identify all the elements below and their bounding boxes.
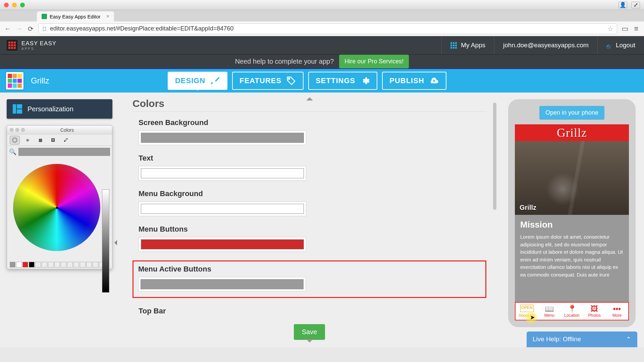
brightness-slider[interactable] xyxy=(102,189,109,293)
window-zoom-button[interactable] xyxy=(20,3,25,7)
fullscreen-icon[interactable]: ⤢ xyxy=(631,2,640,8)
tab-features-label: FEATURES xyxy=(239,76,281,85)
live-help-label: Live Help: Offline xyxy=(533,336,581,343)
phone-preview: Open in your phone Grillz Grillz Mission… xyxy=(508,99,636,327)
apps-grid-icon xyxy=(450,42,457,49)
field-label: Top Bar xyxy=(139,307,486,315)
preview-hero-image: Grillz xyxy=(515,141,629,215)
color-picker-modes: ≡ ▦ 🖼 🖍 xyxy=(7,134,112,146)
browser-tabbar: Easy Easy Apps Editor × xyxy=(0,10,644,21)
field-label: Screen Background xyxy=(139,118,486,127)
user-email[interactable]: john.doe@easyeasyapps.com xyxy=(494,36,597,54)
app-header: EASY EASY APPS My Apps john.doe@easyeasy… xyxy=(0,36,644,54)
page-icon: 🗋 xyxy=(42,26,47,32)
logout-icon: ⎋ xyxy=(606,43,612,48)
browser-toolbar: ← → ⟳ 🗋 ☆ ▭ ≡ xyxy=(0,21,644,36)
window-minimize-button[interactable] xyxy=(12,3,17,7)
color-input[interactable] xyxy=(139,201,306,216)
tab-features[interactable]: FEATURES xyxy=(232,72,304,90)
app-icon xyxy=(5,71,24,90)
preview-tab-photos[interactable]: 🖼 Photos xyxy=(583,303,606,320)
preview-body: Mission Lorem ipsum dolor sit amet, cons… xyxy=(515,215,629,302)
color-palettes-tab[interactable]: ▦ xyxy=(35,136,45,144)
brand-logo-icon xyxy=(6,39,18,51)
book-icon: 📖 xyxy=(545,305,554,312)
url-input[interactable] xyxy=(50,25,607,32)
color-sliders-tab[interactable]: ≡ xyxy=(22,136,33,144)
field-menu-background: Menu Background xyxy=(139,189,486,216)
tab-close-icon[interactable]: × xyxy=(106,13,109,19)
field-screen-background: Screen Background xyxy=(139,118,486,145)
svg-point-1 xyxy=(12,137,17,143)
field-menu-buttons: Menu Buttons xyxy=(139,225,486,252)
color-input[interactable] xyxy=(139,130,306,145)
left-sidebar: Personalization Colors ≡ ▦ 🖼 🖍 🔍 xyxy=(0,93,119,347)
tab-label: Location xyxy=(564,313,579,318)
address-bar[interactable]: 🗋 ☆ xyxy=(38,23,617,34)
dots-icon: ••• xyxy=(613,305,621,312)
tab-label: Menu xyxy=(544,313,554,318)
tab-label: Photos xyxy=(588,313,601,318)
open-in-phone-button[interactable]: Open in your phone xyxy=(539,106,604,120)
save-button[interactable]: Save xyxy=(294,324,325,340)
mission-title: Mission xyxy=(520,220,624,230)
color-picker-titlebar[interactable]: Colors xyxy=(7,126,112,134)
cloud-upload-icon xyxy=(429,76,439,86)
tab-favicon xyxy=(42,14,47,19)
back-button[interactable]: ← xyxy=(4,25,11,33)
browser-tab[interactable]: Easy Easy Apps Editor × xyxy=(37,11,114,21)
user-menu-icon[interactable]: 👤 xyxy=(619,2,627,8)
color-input[interactable] xyxy=(138,277,306,292)
brand-sub: APPS xyxy=(21,47,56,51)
scrollbar[interactable] xyxy=(493,103,496,210)
tab-design[interactable]: DESIGN xyxy=(168,72,227,90)
preview-pane: Open in your phone Grillz Grillz Mission… xyxy=(500,93,644,347)
brand-name: EASY EASY xyxy=(21,40,56,47)
chrome-menu-icon[interactable]: ≡ xyxy=(633,24,640,33)
scroll-up-icon[interactable] xyxy=(306,94,313,101)
presentation-icon[interactable]: ▭ xyxy=(621,24,629,33)
brush-icon xyxy=(210,76,220,86)
color-input[interactable] xyxy=(139,166,306,181)
color-input[interactable] xyxy=(139,237,306,252)
preview-tab-more[interactable]: ••• More xyxy=(606,303,628,320)
window-close-button[interactable] xyxy=(4,3,9,7)
tab-settings[interactable]: SETTINGS xyxy=(308,72,377,90)
my-apps-link[interactable]: My Apps xyxy=(441,36,494,54)
current-color-swatch[interactable] xyxy=(18,148,110,156)
color-wheel-tab[interactable] xyxy=(10,136,20,144)
svg-point-0 xyxy=(288,78,290,79)
color-image-tab[interactable]: 🖼 xyxy=(48,136,58,144)
app-title: Grillz xyxy=(31,76,49,85)
tab-publish[interactable]: PUBLISH xyxy=(382,72,446,90)
tab-settings-label: SETTINGS xyxy=(316,76,355,85)
reload-button[interactable]: ⟳ xyxy=(27,25,34,33)
bookmark-icon[interactable]: ☆ xyxy=(607,25,613,33)
color-crayons-tab[interactable]: 🖍 xyxy=(61,136,71,144)
magnifier-icon[interactable]: 🔍 xyxy=(9,148,16,156)
field-top-bar: Top Bar xyxy=(139,307,486,315)
image-icon: 🖼 xyxy=(591,305,598,312)
layout-icon xyxy=(13,104,22,114)
color-wheel[interactable] xyxy=(13,164,100,251)
preview-tab-location[interactable]: 📍 Location xyxy=(560,303,583,320)
preview-tab-menu[interactable]: 📖 Menu xyxy=(538,303,560,320)
forward-button[interactable]: → xyxy=(15,25,23,33)
field-label: Menu Active Buttons xyxy=(138,265,481,274)
gear-icon xyxy=(360,76,370,86)
logout-link[interactable]: ⎋ Logout xyxy=(597,36,644,54)
brand[interactable]: EASY EASY APPS xyxy=(0,36,62,54)
hire-pro-button[interactable]: Hire our Pro Services! xyxy=(339,55,409,68)
promo-text: Need help to complete your app? xyxy=(235,58,334,65)
tab-design-label: DESIGN xyxy=(175,76,205,85)
scroll-down-icon[interactable] xyxy=(306,339,313,346)
live-help-widget[interactable]: Live Help: Offline ⌃ xyxy=(527,331,637,347)
field-text: Text xyxy=(139,154,486,181)
personalization-button[interactable]: Personalization xyxy=(7,99,112,119)
swatch-row[interactable] xyxy=(7,260,112,269)
tag-icon xyxy=(286,76,296,86)
pin-icon: 📍 xyxy=(568,305,577,312)
mission-text: Lorem ipsum dolor sit amet, consectetur … xyxy=(520,233,624,279)
preview-hero-caption: Grillz xyxy=(520,204,536,212)
tab-publish-label: PUBLISH xyxy=(389,76,424,85)
